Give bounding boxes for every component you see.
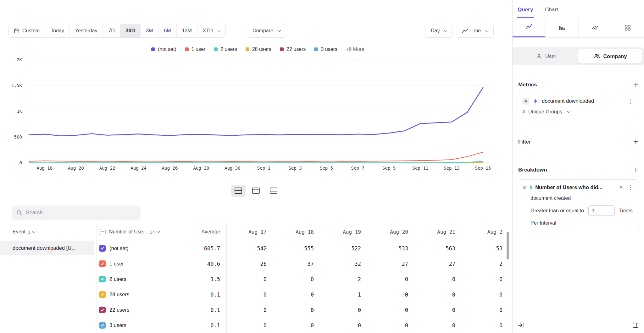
legend-label: 22 users bbox=[286, 46, 306, 52]
day-value: 27 bbox=[415, 261, 462, 267]
table-row: 1 user40.626373227272 bbox=[94, 256, 509, 271]
chevron-down-icon bbox=[567, 110, 570, 113]
day-value: 0 bbox=[368, 276, 415, 282]
legend-item[interactable]: 2 users bbox=[214, 46, 237, 52]
scope-company-label: Company bbox=[603, 53, 627, 59]
row-checkbox[interactable] bbox=[99, 260, 106, 267]
row-label: (not set) bbox=[109, 245, 129, 251]
legend-item[interactable]: 1 user bbox=[185, 46, 205, 52]
layout-split-icon bbox=[234, 187, 242, 194]
date-range-xtd[interactable]: XTD bbox=[197, 24, 225, 37]
legend-item[interactable]: 3 users bbox=[314, 46, 337, 52]
date-range-7d[interactable]: 7D bbox=[103, 24, 120, 37]
search-input[interactable] bbox=[26, 210, 136, 216]
chart-type-segmentation[interactable] bbox=[513, 18, 545, 37]
search-box bbox=[12, 205, 141, 220]
company-icon bbox=[593, 53, 600, 59]
svg-text:0: 0 bbox=[19, 160, 22, 165]
side-panel-icon[interactable] bbox=[632, 322, 639, 329]
day-value: 522 bbox=[321, 245, 368, 252]
scrollbar-thumb[interactable] bbox=[507, 232, 509, 259]
event-row[interactable]: document downloaded [U... bbox=[0, 241, 94, 255]
day-value: 0 bbox=[321, 322, 368, 329]
legend-swatch bbox=[280, 47, 284, 51]
condition-label[interactable]: Greater than or equal to bbox=[530, 208, 584, 214]
measure-dropdown[interactable]: # Unique Groups bbox=[522, 109, 634, 115]
chevron-down-icon bbox=[278, 29, 281, 32]
remove-breakdown-button[interactable]: × bbox=[619, 184, 624, 191]
legend-label: 1 user bbox=[192, 46, 205, 52]
condition-value-input[interactable] bbox=[588, 205, 615, 216]
svg-text:1K: 1K bbox=[17, 109, 22, 114]
drag-handle-icon[interactable] bbox=[522, 185, 527, 190]
metric-menu-button[interactable]: ⋮ bbox=[626, 97, 634, 105]
date-range-12m[interactable]: 12M bbox=[176, 24, 197, 37]
layout-table-button[interactable] bbox=[266, 185, 281, 197]
add-metric-button[interactable]: + bbox=[633, 82, 638, 88]
layout-split-button[interactable] bbox=[231, 185, 246, 197]
average-value: 0.1 bbox=[189, 307, 226, 313]
interval-dropdown[interactable]: Day bbox=[425, 24, 452, 38]
table-row: (not set)605.754255552253356353 bbox=[94, 241, 509, 256]
row-checkbox[interactable] bbox=[99, 291, 106, 298]
legend-item[interactable]: (not set) bbox=[151, 46, 176, 52]
day-column-header: Aug 21 bbox=[415, 229, 462, 235]
day-value: 0 bbox=[321, 307, 368, 313]
add-filter-button[interactable]: + bbox=[633, 139, 638, 145]
metric-badge: A bbox=[522, 98, 529, 105]
breakdown-event-name[interactable]: document created bbox=[522, 195, 634, 201]
breakdown-menu-button[interactable]: ⋮ bbox=[626, 184, 634, 191]
svg-text:2K: 2K bbox=[17, 57, 22, 62]
per-interval-label[interactable]: Per Interval bbox=[522, 220, 634, 226]
metric-event-name: document downloaded bbox=[542, 98, 623, 104]
row-checkbox[interactable] bbox=[99, 307, 106, 313]
scope-company[interactable]: Company bbox=[578, 49, 642, 64]
scope-user[interactable]: User bbox=[514, 49, 578, 64]
date-range-custom[interactable]: Custom bbox=[8, 24, 45, 37]
svg-text:Sep 11: Sep 11 bbox=[413, 166, 429, 171]
chart-type-label: Line bbox=[471, 28, 481, 34]
day-value: 0 bbox=[462, 322, 509, 329]
day-value: 0 bbox=[415, 276, 462, 282]
date-range-3m[interactable]: 3M bbox=[140, 24, 158, 37]
legend-more[interactable]: +6 More bbox=[346, 46, 364, 52]
legend-item[interactable]: 22 users bbox=[280, 46, 306, 52]
average-column-header: Average bbox=[189, 229, 226, 235]
day-value: 555 bbox=[274, 245, 321, 252]
chart-type-more[interactable] bbox=[611, 18, 644, 37]
scope-toggle: User Company bbox=[513, 47, 644, 65]
row-checkbox[interactable] bbox=[99, 276, 106, 282]
chart-type-pathfinder[interactable] bbox=[578, 18, 611, 37]
table-row: 22 users0.1000000 bbox=[94, 302, 509, 318]
event-column-header[interactable]: Event 1 bbox=[0, 223, 94, 241]
legend-swatch bbox=[314, 47, 318, 51]
day-value: 542 bbox=[226, 245, 274, 252]
event-spark-icon bbox=[533, 98, 538, 104]
tab-chart[interactable]: Chart bbox=[544, 7, 559, 18]
collapse-panel-icon[interactable] bbox=[518, 322, 524, 329]
legend-item[interactable]: 28 users bbox=[246, 46, 271, 52]
compare-button[interactable]: Compare bbox=[247, 24, 286, 38]
indeterminate-mark bbox=[101, 232, 104, 232]
grid-icon bbox=[624, 24, 631, 31]
tab-query[interactable]: Query bbox=[517, 7, 534, 18]
date-range-yesterday[interactable]: Yesterday bbox=[69, 24, 103, 37]
layout-chart-button[interactable] bbox=[249, 185, 263, 197]
chart-type-dropdown[interactable]: Line bbox=[457, 24, 494, 38]
day-value: 0 bbox=[368, 292, 415, 298]
row-label: 22 users bbox=[109, 307, 129, 313]
chart-type-funnel[interactable] bbox=[545, 18, 578, 37]
select-all-checkbox[interactable] bbox=[99, 229, 106, 235]
add-breakdown-button[interactable]: + bbox=[633, 167, 638, 173]
row-checkbox[interactable] bbox=[99, 245, 106, 252]
chevron-down-icon bbox=[486, 29, 489, 32]
breakdown-property-name[interactable]: Number of Users who did... bbox=[535, 184, 616, 190]
series-header-label[interactable]: Number of Use... bbox=[109, 229, 147, 235]
date-range-6m[interactable]: 6M bbox=[158, 24, 176, 37]
date-range-today[interactable]: Today bbox=[45, 24, 69, 37]
date-range-30d[interactable]: 30D bbox=[120, 24, 140, 37]
row-checkbox[interactable] bbox=[99, 322, 106, 329]
day-value: 27 bbox=[368, 261, 415, 267]
svg-text:Aug 22: Aug 22 bbox=[99, 166, 115, 171]
metric-card[interactable]: A document downloaded ⋮ # Unique Groups bbox=[518, 93, 639, 119]
